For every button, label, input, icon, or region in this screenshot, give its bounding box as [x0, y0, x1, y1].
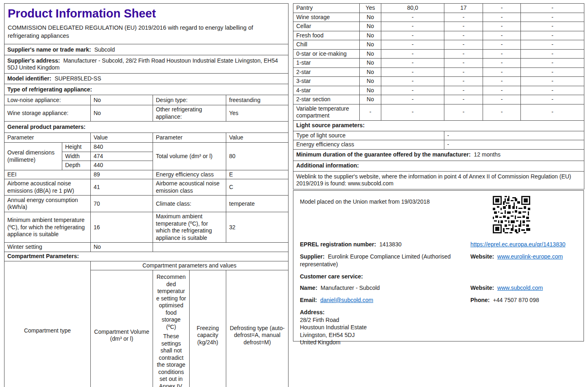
care-email-label: Email:: [300, 297, 317, 303]
param-label: Maximum ambient temperature (ºC), for wh…: [153, 212, 226, 243]
light-source-heading: Light source parameters:: [293, 120, 584, 131]
compartment-cell: Fresh food: [293, 31, 360, 40]
compartment-cell: No: [360, 67, 381, 77]
compartment-cell: 1-star: [293, 59, 360, 68]
model-identifier-row: Model identifier:SUPER85LED-SS: [4, 74, 289, 84]
dimension-value: 474: [91, 152, 153, 161]
compartment-cell: Variable temperature compartment: [293, 104, 360, 120]
compartment-cell: Yes: [360, 4, 381, 13]
compartment-cell: -: [444, 59, 483, 68]
compartment-cell: No: [360, 31, 381, 40]
compartment-cell: -: [483, 49, 521, 59]
compartment-cell: -: [444, 49, 483, 59]
table-row: Overal dimensions (millimetre) Height 84…: [4, 143, 289, 152]
column-header: Parameter: [4, 133, 91, 143]
compartment-cell: Chill: [293, 40, 360, 50]
param-label: EEI: [4, 170, 91, 179]
subcold-website-link[interactable]: www.subcold.com: [497, 285, 543, 291]
general-heading-row: General product parameters:: [4, 122, 289, 133]
compartment-cell: -: [381, 31, 444, 40]
total-volume-label: Total volume (dm³ or l): [153, 143, 226, 170]
param-value: Yes: [226, 105, 289, 122]
guarantee-label: Minimum duration of the guarantee offere…: [296, 151, 471, 158]
compartment-values-table: Pantry Yes 80,0 17 - - Wine storage No -…: [293, 3, 584, 189]
compartment-cell: No: [360, 40, 381, 50]
compartment-cell: -: [483, 77, 521, 86]
param-value: C: [226, 179, 289, 196]
column-header: Value: [91, 133, 153, 143]
compartment-cell: Cellar: [293, 22, 360, 31]
compartment-cell: -: [444, 86, 483, 95]
eprel-label: EPREL registration number:: [300, 241, 376, 248]
compartment-cell: -: [521, 31, 584, 40]
compartment-cell: Pantry: [293, 4, 360, 13]
compartment-cell: -: [521, 13, 584, 22]
compartment-cell: -: [381, 95, 444, 104]
table-row: Annual energy consumption (kWh/a) 70 Cli…: [4, 196, 289, 212]
compartment-cell: -: [444, 104, 483, 120]
table-row: 2-star section No - - - -: [293, 95, 584, 104]
compartment-cell: 4-star: [293, 86, 360, 95]
compartment-cell: No: [360, 13, 381, 22]
care-address-line: Livingston, EH54 5DJ: [300, 331, 577, 339]
param-label: Type of light source: [293, 131, 444, 140]
supplier-address-label: Supplier's address:: [7, 57, 60, 64]
website-label: Website:: [470, 253, 494, 260]
weblink-row: Weblink to the supplier's website, where…: [293, 171, 584, 189]
compartment-cell: 17: [444, 4, 483, 13]
customer-care-heading: Customer care service:: [300, 273, 577, 280]
column-header: Parameter: [153, 133, 226, 143]
column-header: Value: [226, 133, 289, 143]
dimensions-label: Overal dimensions (millimetre): [4, 143, 62, 170]
param-label: Minimum ambient temperature (ºC), for wh…: [4, 212, 91, 243]
param-value: temperate: [226, 196, 289, 212]
compartment-cell: -: [521, 22, 584, 31]
table-row: Energy efficiency class -: [293, 140, 584, 150]
param-value: 41: [91, 179, 153, 196]
table-row: 1-star No - - - -: [293, 59, 584, 68]
param-value: 70: [91, 196, 153, 212]
param-value: 32: [226, 212, 289, 243]
compartment-cell: -: [381, 104, 444, 120]
table-row: 0-star or ice-making No - - - -: [293, 49, 584, 59]
compartment-cell: -: [381, 22, 444, 31]
param-value: No: [91, 105, 153, 122]
compartment-cell: -: [521, 77, 584, 86]
title-row: Product Information Sheet COMMISSION DEL…: [4, 4, 289, 44]
compartment-cell: No: [360, 22, 381, 31]
table-row: Wine storage appliance: No Other refrige…: [4, 105, 289, 122]
market-info-box: Model placed on the Union market from 19…: [293, 190, 584, 341]
compartment-volume-header: Compartment Volume (dm³ or l): [91, 270, 153, 387]
param-label: Winter setting: [4, 243, 91, 252]
care-email-link[interactable]: daniel@subcold.com: [320, 297, 373, 303]
param-label: Climate class:: [153, 196, 226, 212]
compartment-cell: -: [521, 4, 584, 13]
compartment-cell: -: [381, 59, 444, 68]
care-phone-value: +44 7507 870 098: [493, 297, 539, 303]
care-address-line: United Kingdom: [300, 339, 577, 346]
param-label: Airborne acoustical noise emission class: [153, 179, 226, 196]
compartment-cell: -: [521, 59, 584, 68]
param-value: E: [226, 170, 289, 179]
light-source-heading-row: Light source parameters:: [293, 120, 584, 131]
compartment-section-heading: Compartment Parameters:: [4, 252, 289, 261]
compartment-cell: -: [381, 77, 444, 86]
compartment-cell: -: [521, 104, 584, 120]
compartment-cell: 2-star: [293, 67, 360, 77]
qr-code-icon: [493, 196, 530, 233]
eprel-link[interactable]: https://eprel.ec.europa.eu/qr/1413830: [470, 241, 566, 248]
param-label: Energy efficiency class: [153, 170, 226, 179]
compartment-cell: -: [444, 77, 483, 86]
param-value: No: [91, 95, 153, 105]
compartment-cell: -: [381, 49, 444, 59]
model-identifier-value: SUPER85LED-SS: [55, 75, 101, 82]
compartment-cell: 0-star or ice-making: [293, 49, 360, 59]
compartment-heading-row: Compartment Parameters:: [4, 252, 289, 261]
compartment-cell: -: [444, 40, 483, 50]
compartment-cell: No: [360, 95, 381, 104]
compartment-cell: No: [360, 77, 381, 86]
dimension-value: 440: [91, 161, 153, 170]
defrosting-type-header: Defrosting type (auto-defrost=A, manual …: [226, 270, 289, 387]
eurolink-website-link[interactable]: www.eurolink-europe.com: [497, 253, 563, 260]
param-label: Design type:: [153, 95, 226, 105]
